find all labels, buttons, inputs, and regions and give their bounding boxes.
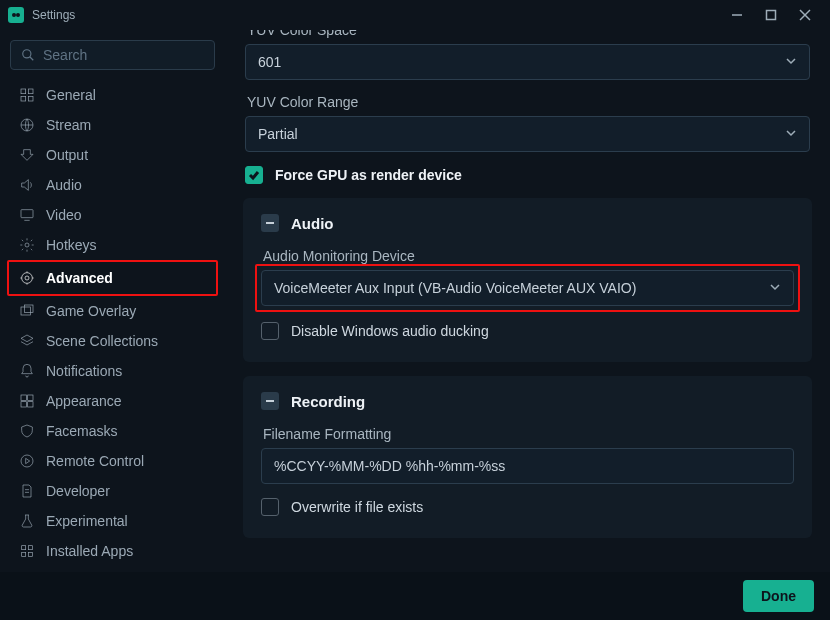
yuv-range-select[interactable]: Partial <box>245 116 810 152</box>
sidebar-item-notifications[interactable]: Notifications <box>10 356 215 386</box>
sidebar-item-facemasks[interactable]: Facemasks <box>10 416 215 446</box>
svg-rect-28 <box>28 546 32 550</box>
sidebar-item-label: General <box>46 87 96 103</box>
svg-rect-21 <box>28 395 33 400</box>
svg-point-0 <box>12 13 16 17</box>
shield-icon <box>18 422 36 440</box>
overwrite-checkbox-row[interactable]: Overwrite if file exists <box>261 498 794 516</box>
sidebar-item-installed-apps[interactable]: Installed Apps <box>10 536 215 566</box>
svg-rect-20 <box>21 395 26 400</box>
svg-point-16 <box>25 276 29 280</box>
svg-point-17 <box>22 273 33 284</box>
window-title: Settings <box>32 8 75 22</box>
export-icon <box>18 146 36 164</box>
sidebar-item-remote-control[interactable]: Remote Control <box>10 446 215 476</box>
select-value: VoiceMeeter Aux Input (VB-Audio VoiceMee… <box>274 280 636 296</box>
appearance-icon <box>18 392 36 410</box>
overwrite-label: Overwrite if file exists <box>291 499 423 515</box>
sidebar-item-label: Installed Apps <box>46 543 133 559</box>
footer: Done <box>0 572 830 620</box>
sidebar: General Stream Output Audio Video Hotkey… <box>0 30 225 572</box>
search-box[interactable] <box>10 40 215 70</box>
svg-line-7 <box>30 57 34 61</box>
sidebar-item-label: Appearance <box>46 393 122 409</box>
highlight-monitoring-device: VoiceMeeter Aux Input (VB-Audio VoiceMee… <box>255 264 800 312</box>
svg-rect-22 <box>21 402 26 407</box>
sidebar-item-stream[interactable]: Stream <box>10 110 215 140</box>
svg-point-1 <box>16 13 20 17</box>
disable-ducking-checkbox-row[interactable]: Disable Windows audio ducking <box>261 322 794 340</box>
done-button[interactable]: Done <box>743 580 814 612</box>
minimize-button[interactable] <box>720 0 754 30</box>
force-gpu-checkbox-row[interactable]: Force GPU as render device <box>245 166 810 184</box>
sidebar-item-game-overlay[interactable]: Game Overlay <box>10 296 215 326</box>
filename-formatting-label: Filename Formatting <box>263 426 794 442</box>
sliders-icon <box>18 269 36 287</box>
checkbox-unchecked-icon <box>261 322 279 340</box>
sidebar-item-label: Notifications <box>46 363 122 379</box>
maximize-button[interactable] <box>754 0 788 30</box>
sidebar-item-label: Scene Collections <box>46 333 158 349</box>
doc-icon <box>18 482 36 500</box>
sidebar-item-label: Remote Control <box>46 453 144 469</box>
sidebar-item-label: Facemasks <box>46 423 118 439</box>
sidebar-item-appearance[interactable]: Appearance <box>10 386 215 416</box>
yuv-space-label: YUV Color Space <box>247 30 810 38</box>
chevron-down-icon <box>785 126 797 142</box>
collapse-toggle[interactable] <box>261 214 279 232</box>
gear-icon <box>18 236 36 254</box>
highlight-advanced: Advanced <box>7 260 218 296</box>
sidebar-item-label: Developer <box>46 483 110 499</box>
yuv-space-select[interactable]: 601 <box>245 44 810 80</box>
grid-icon <box>18 86 36 104</box>
play-circle-icon <box>18 452 36 470</box>
svg-point-24 <box>21 455 33 467</box>
checkbox-checked-icon <box>245 166 263 184</box>
sidebar-item-scene-collections[interactable]: Scene Collections <box>10 326 215 356</box>
checkbox-unchecked-icon <box>261 498 279 516</box>
sidebar-item-developer[interactable]: Developer <box>10 476 215 506</box>
sidebar-item-label: Stream <box>46 117 91 133</box>
sidebar-item-advanced[interactable]: Advanced <box>10 263 215 293</box>
select-value: 601 <box>258 54 281 70</box>
select-value: Partial <box>258 126 298 142</box>
section-title: Recording <box>291 393 365 410</box>
monitor-icon <box>18 206 36 224</box>
svg-rect-8 <box>21 89 26 94</box>
search-icon <box>21 48 35 62</box>
content-pane: YUV Color Space 601 YUV Color Range Part… <box>225 30 830 572</box>
chevron-down-icon <box>769 280 781 296</box>
disable-ducking-label: Disable Windows audio ducking <box>291 323 489 339</box>
app-icon <box>8 7 24 23</box>
sidebar-item-label: Hotkeys <box>46 237 97 253</box>
search-input[interactable] <box>43 47 204 63</box>
sidebar-item-experimental[interactable]: Experimental <box>10 506 215 536</box>
collapse-toggle[interactable] <box>261 392 279 410</box>
svg-rect-30 <box>28 552 32 556</box>
sidebar-item-hotkeys[interactable]: Hotkeys <box>10 230 215 260</box>
svg-rect-3 <box>767 11 776 20</box>
svg-point-6 <box>23 50 31 58</box>
svg-rect-19 <box>24 305 33 312</box>
flask-icon <box>18 512 36 530</box>
monitoring-device-label: Audio Monitoring Device <box>263 248 794 264</box>
filename-formatting-input[interactable]: %CCYY-%MM-%DD %hh-%mm-%ss <box>261 448 794 484</box>
sidebar-item-label: Experimental <box>46 513 128 529</box>
sidebar-item-video[interactable]: Video <box>10 200 215 230</box>
section-title: Audio <box>291 215 334 232</box>
svg-rect-29 <box>22 552 26 556</box>
sidebar-item-audio[interactable]: Audio <box>10 170 215 200</box>
sidebar-item-label: Output <box>46 147 88 163</box>
svg-rect-11 <box>28 96 33 101</box>
svg-rect-13 <box>21 210 33 218</box>
yuv-range-label: YUV Color Range <box>247 94 810 110</box>
monitoring-device-select[interactable]: VoiceMeeter Aux Input (VB-Audio VoiceMee… <box>261 270 794 306</box>
sidebar-item-label: Video <box>46 207 82 223</box>
sidebar-item-label: Game Overlay <box>46 303 136 319</box>
close-button[interactable] <box>788 0 822 30</box>
svg-rect-10 <box>21 96 26 101</box>
sidebar-item-label: Audio <box>46 177 82 193</box>
sidebar-item-output[interactable]: Output <box>10 140 215 170</box>
sidebar-item-general[interactable]: General <box>10 80 215 110</box>
chevron-down-icon <box>785 54 797 70</box>
